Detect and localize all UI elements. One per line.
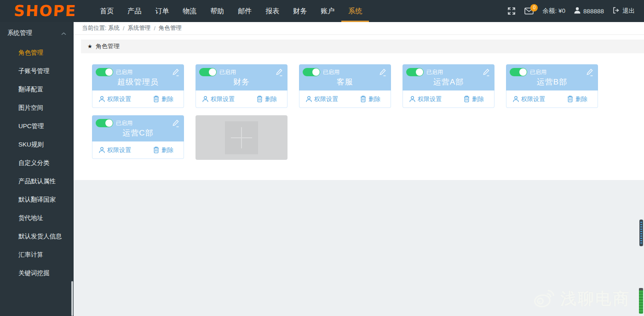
nav-item-orders[interactable]: 订单 [148,0,176,22]
permission-settings-button[interactable]: 权限设置 [513,95,545,103]
edit-pencil-icon[interactable] [586,68,593,76]
breadcrumb-label: 当前位置: [82,24,106,32]
role-card-footer: 权限设置 删除 [506,90,598,108]
nav-item-finance[interactable]: 财务 [286,0,314,22]
enable-toggle[interactable] [96,68,113,76]
role-card-header: 已启用 运营C部 [92,115,184,141]
user-icon [574,7,581,15]
balance[interactable]: 余额: ¥0 [542,7,565,15]
role-status: 已启用 [426,68,443,76]
username: 888888 [583,8,604,15]
sidebar-item-translation-config[interactable]: 翻译配置 [0,80,74,99]
chevron-up-icon [61,30,66,37]
edit-pencil-icon[interactable] [172,68,179,76]
delete-button[interactable]: 删除 [153,146,173,154]
edit-pencil-icon[interactable] [483,68,490,76]
sidebar-scrollbar[interactable] [71,281,73,316]
add-role-card[interactable] [196,115,288,160]
permission-settings-button[interactable]: 权限设置 [99,146,131,154]
person-icon [409,96,415,102]
sidebar-item-keyword-mining[interactable]: 关键词挖掘 [0,264,74,282]
role-card-footer: 权限设置 删除 [92,141,184,159]
person-icon [513,96,519,102]
delete-button[interactable]: 删除 [153,95,173,103]
permission-settings-button[interactable]: 权限设置 [202,95,235,103]
sidebar-item-exchange-rate[interactable]: 汇率计算 [0,246,74,264]
top-navigation: 首页 产品 订单 物流 帮助 邮件 报表 财务 账户 系统 [93,0,369,22]
logout-button[interactable]: 退出 [613,7,635,15]
topbar: SHOPE 首页 产品 订单 物流 帮助 邮件 报表 财务 账户 系统 0 余额… [0,0,644,22]
breadcrumb: 当前位置: 系统 / 系统管理 / 角色管理 [74,22,644,35]
role-card-header: 已启用 客服 [299,64,391,90]
role-card: 已启用 超级管理员 权限设置 [92,64,184,108]
role-card-grid: 已启用 超级管理员 权限设置 [74,53,603,160]
permission-settings-button[interactable]: 权限设置 [99,95,131,103]
role-card: 已启用 财务 权限设置 [196,64,288,108]
nav-item-reports[interactable]: 报表 [259,0,286,22]
enable-toggle[interactable] [96,119,113,127]
enable-toggle[interactable] [510,68,527,76]
nav-item-account[interactable]: 账户 [314,0,341,22]
nav-item-logistics[interactable]: 物流 [176,0,203,22]
role-card: 已启用 运营C部 权限设置 [92,115,184,160]
fullscreen-icon[interactable] [507,7,516,15]
breadcrumb-system[interactable]: 系统 [108,24,120,32]
sidebar-section-label: 系统管理 [7,29,32,37]
page-scrollbar-thumb[interactable] [639,220,643,246]
toggle-knob [209,68,216,76]
nav-item-home[interactable]: 首页 [93,0,121,22]
permission-settings-button[interactable]: 权限设置 [409,95,442,103]
panel-header: ★ 角色管理 [81,40,644,53]
sidebar-item-custom-category[interactable]: 自定义分类 [0,154,74,172]
sidebar-item-sub-account[interactable]: 子账号管理 [0,62,74,80]
delete-button[interactable]: 删除 [567,95,587,103]
edit-pencil-icon[interactable] [379,68,386,76]
main-area: 当前位置: 系统 / 系统管理 / 角色管理 ★ 角色管理 已启用 [74,22,644,316]
mail-icon[interactable]: 0 [524,7,534,15]
sidebar-item-product-default-attributes[interactable]: 产品默认属性 [0,172,74,191]
logout-label: 退出 [622,7,635,15]
edit-pencil-icon[interactable] [276,68,283,76]
sidebar-item-image-space[interactable]: 图片空间 [0,99,74,117]
nav-item-system[interactable]: 系统 [341,0,369,22]
person-icon [202,96,208,102]
edit-pencil-icon[interactable] [172,119,179,127]
sidebar-item-upc-management[interactable]: UPC管理 [0,117,74,135]
add-role-square [225,121,258,154]
delete-button[interactable]: 删除 [464,95,484,103]
role-card-footer: 权限设置 删除 [299,90,391,108]
sidebar-item-default-sender-info[interactable]: 默认发货人信息 [0,227,74,246]
role-status: 已启用 [219,68,236,76]
nav-item-mail[interactable]: 邮件 [231,0,259,22]
nav-item-help[interactable]: 帮助 [203,0,231,22]
toggle-knob [105,119,113,127]
breadcrumb-role-management[interactable]: 角色管理 [159,24,182,32]
sidebar-item-forwarder-address[interactable]: 货代地址 [0,209,74,227]
role-status: 已启用 [116,119,132,127]
trash-icon [567,96,573,102]
sidebar-item-sku-rules[interactable]: SKU规则 [0,135,74,154]
delete-button[interactable]: 删除 [257,95,277,103]
sidebar-item-default-translation-country[interactable]: 默认翻译国家 [0,191,74,209]
sidebar-item-role-management[interactable]: 角色管理 [0,44,74,62]
enable-toggle[interactable] [303,68,320,76]
sidebar-menu: 角色管理 子账号管理 翻译配置 图片空间 UPC管理 SKU规则 自定义分类 产… [0,44,74,282]
watermark: 浅聊电商 [534,288,630,310]
sidebar-section-system-management[interactable]: 系统管理 [0,22,74,39]
enable-toggle[interactable] [406,68,424,76]
breadcrumb-system-management[interactable]: 系统管理 [127,24,150,32]
person-icon [99,96,105,102]
enable-toggle[interactable] [199,68,217,76]
app-logo[interactable]: SHOPE [0,0,93,22]
breadcrumb-separator: / [123,25,124,32]
role-card: 已启用 客服 权限设置 [299,64,391,108]
weibo-icon [534,288,556,310]
nav-item-products[interactable]: 产品 [121,0,148,22]
delete-button[interactable]: 删除 [360,95,380,103]
role-card: 已启用 运营A部 权限设置 [402,64,494,108]
person-icon [99,147,105,153]
permission-settings-button[interactable]: 权限设置 [306,95,338,103]
trash-icon [464,96,470,102]
balance-label: 余额: ¥0 [542,7,565,15]
user-account[interactable]: 888888 [574,7,604,15]
